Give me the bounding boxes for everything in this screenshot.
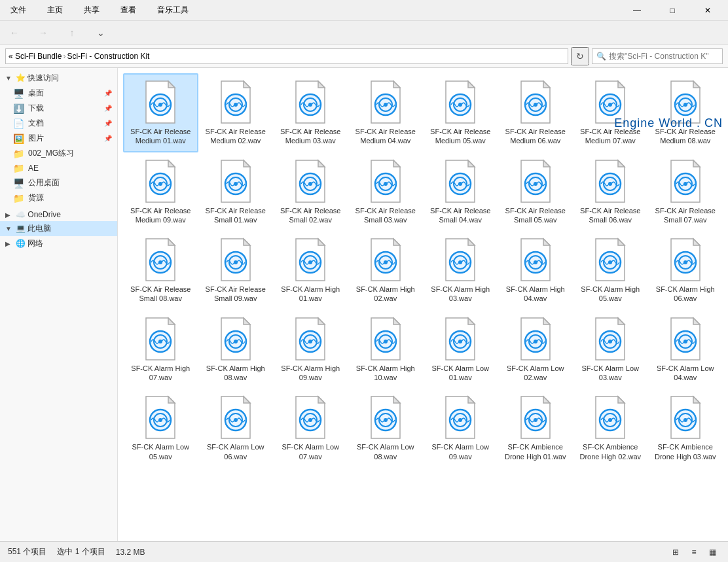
file-item[interactable]: SF-CK Alarm High 07.wav <box>123 310 198 389</box>
wav-file-icon <box>591 317 630 361</box>
forward-button[interactable]: → <box>34 24 52 42</box>
sidebar-label-publicdesktop: 公用桌面 <box>28 177 60 188</box>
file-item[interactable]: SF-CK Alarm Low 01.wav <box>423 310 498 389</box>
file-item[interactable]: SF-CK Air Release Small 09.wav <box>198 231 274 310</box>
folder-mg-icon: 📁 <box>13 149 24 159</box>
icon-view-button[interactable]: ⊞ <box>668 544 683 560</box>
breadcrumb-root[interactable]: « Sci-Fi Bundle <box>9 52 62 61</box>
menu-share[interactable]: 共享 <box>79 2 105 18</box>
file-item[interactable]: SF-CK Air Release Medium 03.wav <box>273 73 348 152</box>
sidebar-section-quickaccess[interactable]: ▼ ⭐ 快速访问 <box>0 71 117 86</box>
file-item[interactable]: SF-CK Air Release Medium 05.wav <box>423 73 498 152</box>
file-item[interactable]: SF-CK Alarm Low 08.wav <box>348 389 424 468</box>
svg-marker-16 <box>393 81 400 88</box>
menu-view[interactable]: 查看 <box>115 2 141 18</box>
file-item[interactable]: SF-CK Alarm High 01.wav <box>273 231 348 310</box>
breadcrumb-current[interactable]: Sci-Fi - Construction Kit <box>67 52 149 61</box>
file-item[interactable]: SF-CK Air Release Medium 06.wav <box>498 73 573 152</box>
file-item[interactable]: SF-CK Air Release Small 03.wav <box>348 152 424 232</box>
file-item[interactable]: SF-CK Air Release Small 08.wav <box>123 231 198 310</box>
file-item[interactable]: SF-CK Alarm High 06.wav <box>648 231 723 310</box>
svg-marker-41 <box>168 160 175 167</box>
minimize-button[interactable]: — <box>622 0 652 21</box>
file-name: SF-CK Alarm Low 09.wav <box>428 442 493 461</box>
sidebar-item-documents[interactable]: 📄 文档 📌 <box>0 116 117 131</box>
file-name: SF-CK Air Release Small 06.wav <box>577 206 643 225</box>
file-item[interactable]: SF-CK Ambience Drone High 01.wav <box>498 389 573 468</box>
file-item[interactable]: SF-CK Alarm High 04.wav <box>498 231 573 310</box>
file-name: SF-CK Air Release Medium 09.wav <box>128 206 193 225</box>
file-item[interactable]: SF-CK Alarm Low 03.wav <box>573 310 648 389</box>
file-item[interactable]: SF-CK Air Release Medium 02.wav <box>198 73 274 152</box>
expand-arrow-thispc: ▼ <box>5 225 13 232</box>
svg-marker-106 <box>543 239 550 245</box>
file-item[interactable]: SF-CK Air Release Small 02.wav <box>273 152 348 232</box>
sidebar-label-onedrive: ☁️ OneDrive <box>16 210 61 219</box>
file-item[interactable]: SF-CK Air Release Medium 09.wav <box>123 152 198 232</box>
file-item[interactable]: SF-CK Alarm Low 02.wav <box>498 310 573 389</box>
sidebar-item-pictures[interactable]: 🖼️ 图片 📌 <box>0 131 117 146</box>
file-name: SF-CK Air Release Small 07.wav <box>653 206 718 225</box>
file-item[interactable]: SF-CK Air Release Small 01.wav <box>198 152 274 232</box>
file-item[interactable]: SF-CK Alarm Low 06.wav <box>198 389 274 468</box>
svg-marker-156 <box>693 318 700 325</box>
svg-marker-186 <box>543 396 550 403</box>
file-item[interactable]: SF-CK Air Release Medium 08.wav <box>648 73 723 152</box>
sidebar-section-thispc[interactable]: ▼ 💻 此电脑 <box>0 221 117 236</box>
file-item[interactable]: SF-CK Ambience Drone High 03.wav <box>648 389 723 468</box>
sidebar-item-mg[interactable]: 📁 002_MG练习 <box>0 146 117 161</box>
sidebar-section-network[interactable]: ▶ 🌐 网络 <box>0 236 117 251</box>
wav-file-icon <box>441 80 480 124</box>
file-item[interactable]: SF-CK Air Release Medium 01.wav <box>123 73 198 152</box>
search-input[interactable] <box>609 52 718 61</box>
list-view-button[interactable]: ≡ <box>686 544 702 560</box>
close-button[interactable]: ✕ <box>693 0 723 21</box>
back-button[interactable]: ← <box>5 24 24 42</box>
file-name: SF-CK Air Release Medium 02.wav <box>203 127 268 146</box>
file-item[interactable]: SF-CK Alarm High 05.wav <box>573 231 648 310</box>
file-item[interactable]: SF-CK Alarm High 10.wav <box>348 310 424 389</box>
svg-marker-131 <box>318 318 325 325</box>
sidebar-item-desktop[interactable]: 🖥️ 桌面 📌 <box>0 86 117 101</box>
file-item[interactable]: SF-CK Alarm Low 04.wav <box>648 310 723 389</box>
file-name: SF-CK Alarm High 02.wav <box>353 285 418 304</box>
file-item[interactable]: SF-CK Alarm High 02.wav <box>348 231 424 310</box>
pin-icon-3: 📌 <box>104 120 112 127</box>
file-item[interactable]: SF-CK Air Release Medium 07.wav <box>573 73 648 152</box>
menu-file[interactable]: 文件 <box>5 2 31 18</box>
breadcrumb[interactable]: « Sci-Fi Bundle › Sci-Fi - Construction … <box>5 48 568 64</box>
menu-home[interactable]: 主页 <box>42 2 68 18</box>
file-item[interactable]: SF-CK Alarm Low 05.wav <box>123 389 198 468</box>
sidebar-item-ae[interactable]: 📁 AE <box>0 161 117 175</box>
file-name: SF-CK Alarm High 09.wav <box>278 364 343 383</box>
wav-file-icon <box>141 159 180 203</box>
search-box[interactable]: 🔍 <box>592 48 723 64</box>
wav-file-icon <box>216 395 255 440</box>
menu-music-tools[interactable]: 音乐工具 <box>152 2 194 18</box>
downloads-icon: ⬇️ <box>13 103 24 114</box>
file-item[interactable]: SF-CK Ambience Drone High 02.wav <box>573 389 648 468</box>
file-item[interactable]: SF-CK Air Release Medium 04.wav <box>348 73 424 152</box>
up-button[interactable]: ↑ <box>63 24 81 42</box>
sidebar-item-publicdesktop[interactable]: 🖥️ 公用桌面 <box>0 175 117 190</box>
refresh-button[interactable]: ↻ <box>571 47 589 65</box>
maximize-button[interactable]: □ <box>657 0 687 21</box>
file-item[interactable]: SF-CK Alarm High 09.wav <box>273 310 348 389</box>
sidebar-item-downloads[interactable]: ⬇️ 下载 📌 <box>0 101 117 116</box>
file-item[interactable]: SF-CK Air Release Small 04.wav <box>423 152 498 232</box>
file-item[interactable]: SF-CK Alarm Low 09.wav <box>423 389 498 468</box>
sidebar-section-onedrive[interactable]: ▶ ☁️ OneDrive <box>0 208 117 221</box>
file-item[interactable]: SF-CK Alarm Low 07.wav <box>273 389 348 468</box>
recent-button[interactable]: ⌄ <box>92 24 110 42</box>
sidebar-item-goods[interactable]: 📁 货源 <box>0 190 117 205</box>
sidebar-label-goods: 货源 <box>28 192 44 203</box>
file-item[interactable]: SF-CK Alarm High 08.wav <box>198 310 274 389</box>
wav-file-icon <box>141 395 180 440</box>
file-item[interactable]: SF-CK Air Release Small 05.wav <box>498 152 573 232</box>
file-item[interactable]: SF-CK Air Release Small 07.wav <box>648 152 723 232</box>
wav-file-icon <box>291 237 330 282</box>
svg-marker-101 <box>468 239 475 245</box>
file-item[interactable]: SF-CK Alarm High 03.wav <box>423 231 498 310</box>
detail-view-button[interactable]: ▦ <box>704 544 720 560</box>
file-item[interactable]: SF-CK Air Release Small 06.wav <box>573 152 648 232</box>
